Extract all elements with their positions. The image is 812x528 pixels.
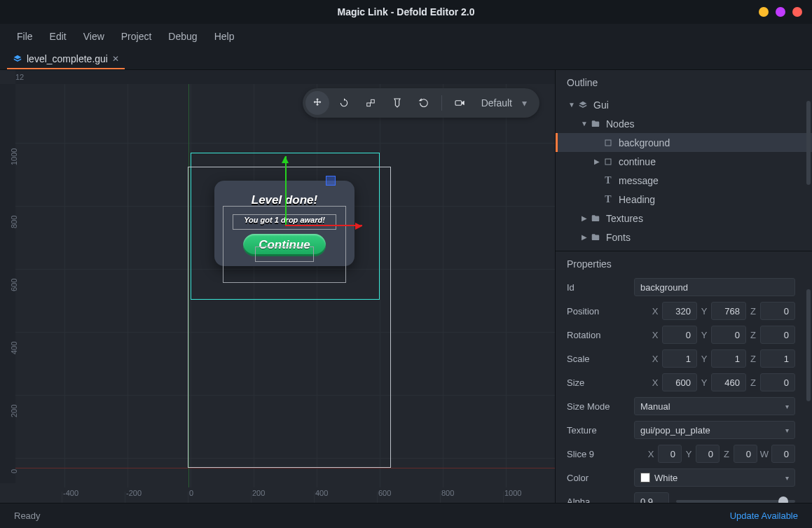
outline-label: Heading xyxy=(619,194,655,205)
text-icon: T xyxy=(602,194,614,205)
menu-edit[interactable]: Edit xyxy=(50,31,67,42)
scale-y-field[interactable] xyxy=(711,349,746,368)
position-y-field[interactable] xyxy=(711,302,746,320)
rotation-y-field[interactable] xyxy=(711,326,746,344)
prop-slice9: Slice 9 X Y Z W xyxy=(556,442,812,466)
slice9-z-field[interactable] xyxy=(734,445,757,463)
update-available-link[interactable]: Update Available xyxy=(730,510,798,521)
slice9-w-field[interactable] xyxy=(771,445,795,463)
outline-scrollbar[interactable] xyxy=(806,101,811,185)
chevron-right-icon[interactable]: ▶ xyxy=(579,233,589,241)
gizmo-x-arrowhead xyxy=(355,223,362,230)
outline-title: Outline xyxy=(556,70,812,94)
rotation-z-field[interactable] xyxy=(760,326,795,344)
text-icon: T xyxy=(602,175,614,186)
gizmo-xy-plane[interactable] xyxy=(326,176,336,186)
slice9-y-field[interactable] xyxy=(696,445,720,463)
id-field[interactable] xyxy=(634,278,795,296)
right-panels: Outline ▼Gui▼Nodesbackground▶continueTme… xyxy=(555,70,812,503)
outline-item-background[interactable]: background xyxy=(556,133,812,152)
svg-rect-3 xyxy=(605,140,611,146)
camera-select[interactable]: Default ▾ xyxy=(474,97,534,109)
outline-item-heading[interactable]: THeading xyxy=(556,190,812,209)
outline-item-textures[interactable]: ▶Textures xyxy=(556,209,812,228)
rotate-tool-button[interactable] xyxy=(332,91,356,115)
outline-label: Fonts xyxy=(606,232,631,243)
prop-texture: Texture gui/pop_up_plate ▾ xyxy=(556,418,812,442)
maximize-dot[interactable] xyxy=(776,7,785,17)
outline-tree[interactable]: ▼Gui▼Nodesbackground▶continueTmessageTHe… xyxy=(556,94,812,248)
y-label: Y xyxy=(699,306,710,317)
menubar: File Edit View Project Debug Help xyxy=(0,24,812,49)
prop-size-mode-label: Size Mode xyxy=(567,401,634,412)
window-controls xyxy=(759,7,802,17)
tab-level-complete[interactable]: level_complete.gui ✕ xyxy=(7,50,125,69)
size-x-field[interactable] xyxy=(662,373,697,391)
size-mode-select[interactable]: Manual ▾ xyxy=(634,397,795,415)
outline-item-continue[interactable]: ▶continue xyxy=(556,152,812,171)
menu-file[interactable]: File xyxy=(17,31,33,42)
ruler-h-2: 0 xyxy=(189,489,193,497)
chevron-down-icon: ▾ xyxy=(785,403,789,410)
menu-help[interactable]: Help xyxy=(214,31,235,42)
gizmo-x-axis[interactable] xyxy=(285,225,362,226)
prop-size-label: Size xyxy=(567,377,634,388)
menu-project[interactable]: Project xyxy=(121,31,152,42)
outline-item-gui[interactable]: ▼Gui xyxy=(556,95,812,114)
outline-label: continue xyxy=(619,156,656,167)
visibility-tool-button[interactable] xyxy=(385,91,409,115)
svg-rect-2 xyxy=(455,101,462,106)
ruler-top-leftval: 12 xyxy=(15,73,24,81)
move-tool-button[interactable] xyxy=(305,91,329,115)
properties-scrollbar[interactable] xyxy=(806,289,811,401)
chevron-down-icon: ▾ xyxy=(522,97,527,109)
tab-filename: level_complete.gui xyxy=(27,53,108,64)
rotation-x-field[interactable] xyxy=(662,326,697,344)
minimize-dot[interactable] xyxy=(759,7,769,17)
gizmo-y-axis[interactable] xyxy=(285,156,287,226)
prop-rotation: Rotation X Y Z xyxy=(556,323,812,347)
slice9-x-field[interactable] xyxy=(658,445,682,463)
size-z-field[interactable] xyxy=(760,373,795,391)
ruler-h-3: 200 xyxy=(252,489,265,497)
outline-item-nodes[interactable]: ▼Nodes xyxy=(556,114,812,133)
outline-item-message[interactable]: Tmessage xyxy=(556,171,812,190)
chevron-down-icon[interactable]: ▼ xyxy=(567,101,577,109)
ruler-h-4: 400 xyxy=(315,489,328,497)
ruler-h-0: -400 xyxy=(63,489,78,497)
scene-editor[interactable]: 12 0 200 400 600 800 1000 Level done! Yo… xyxy=(0,70,555,503)
prop-alpha: Alpha xyxy=(556,489,812,503)
ruler-h-1: -200 xyxy=(126,489,142,497)
ruler-left: 0 200 400 600 800 1000 xyxy=(0,84,15,483)
chevron-right-icon[interactable]: ▶ xyxy=(592,158,602,165)
prop-scale: Scale X Y Z xyxy=(556,347,812,370)
position-z-field[interactable] xyxy=(760,302,795,320)
alpha-field[interactable] xyxy=(634,492,669,503)
layers-icon xyxy=(577,100,589,110)
menu-debug[interactable]: Debug xyxy=(168,31,197,42)
gizmo-y-arrowhead xyxy=(282,156,289,163)
prop-position: Position X Y Z xyxy=(556,299,812,323)
menu-view[interactable]: View xyxy=(83,31,104,42)
texture-select[interactable]: gui/pop_up_plate ▾ xyxy=(634,421,795,439)
color-swatch xyxy=(640,473,650,482)
alpha-slider-thumb[interactable] xyxy=(778,496,788,503)
camera-icon xyxy=(448,91,472,115)
close-dot[interactable] xyxy=(792,7,802,17)
refresh-tool-button[interactable] xyxy=(412,91,436,115)
viewport[interactable]: Level done! You got 1 drop award! Contin… xyxy=(15,84,555,487)
close-icon[interactable]: ✕ xyxy=(112,54,119,64)
scale-z-field[interactable] xyxy=(760,349,795,368)
scale-tool-button[interactable] xyxy=(359,91,383,115)
outline-item-fonts[interactable]: ▶Fonts xyxy=(556,228,812,246)
layers-icon xyxy=(13,54,22,64)
svg-rect-1 xyxy=(371,99,374,103)
prop-alpha-label: Alpha xyxy=(567,496,634,503)
chevron-down-icon[interactable]: ▼ xyxy=(579,120,589,127)
color-select[interactable]: White ▾ xyxy=(634,468,795,487)
position-x-field[interactable] xyxy=(662,302,697,320)
chevron-right-icon[interactable]: ▶ xyxy=(579,214,589,222)
outline-label: Textures xyxy=(606,213,643,224)
size-y-field[interactable] xyxy=(711,373,746,391)
scale-x-field[interactable] xyxy=(662,349,697,368)
